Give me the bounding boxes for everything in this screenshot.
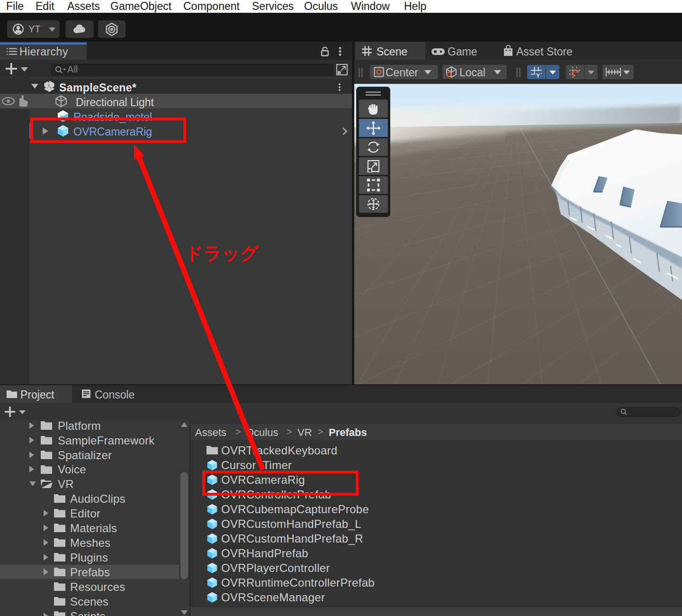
svg-text:Y: Y — [536, 72, 540, 78]
